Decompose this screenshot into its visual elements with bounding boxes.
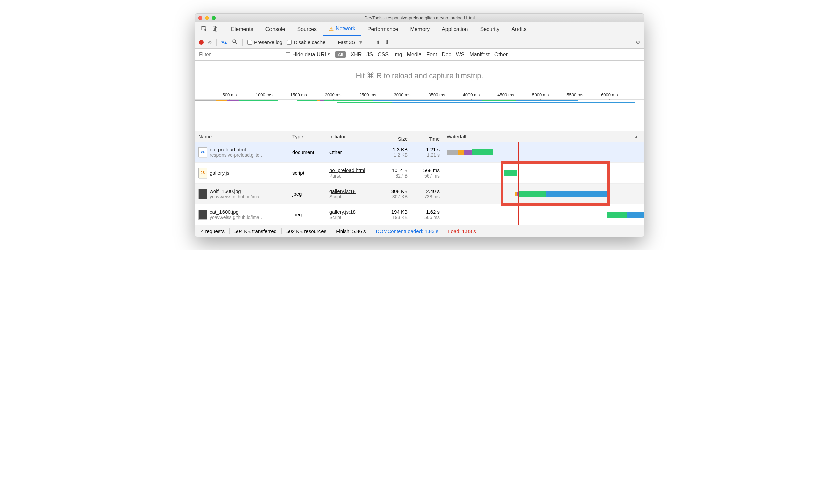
tab-console[interactable]: Console bbox=[260, 22, 291, 36]
overview-segment bbox=[320, 100, 324, 101]
request-initiator[interactable]: gallery.js:18 bbox=[329, 188, 374, 194]
table-row[interactable]: cat_1600.jpgyoavweiss.github.io/ima…jpeg… bbox=[195, 204, 644, 225]
filter-type-img[interactable]: Img bbox=[393, 52, 403, 58]
disable-cache-label: Disable cache bbox=[293, 39, 325, 45]
filter-type-xhr[interactable]: XHR bbox=[351, 52, 362, 58]
search-icon[interactable] bbox=[232, 39, 238, 46]
overview-segment bbox=[373, 100, 483, 101]
overview-segment bbox=[337, 102, 392, 103]
filter-type-font[interactable]: Font bbox=[426, 52, 437, 58]
col-type[interactable]: Type bbox=[289, 131, 326, 142]
request-name: gallery.js bbox=[210, 170, 229, 176]
separator bbox=[371, 39, 371, 46]
preserve-log-checkbox[interactable]: Preserve log bbox=[247, 39, 282, 45]
tab-label: Application bbox=[442, 26, 468, 32]
tab-security[interactable]: Security bbox=[474, 22, 505, 36]
tab-network[interactable]: ⚠Network bbox=[323, 22, 361, 36]
tab-elements[interactable]: Elements bbox=[225, 22, 260, 36]
preserve-log-label: Preserve log bbox=[254, 39, 282, 45]
tab-audits[interactable]: Audits bbox=[505, 22, 532, 36]
overview-segment bbox=[239, 100, 278, 101]
time: 568 ms bbox=[423, 167, 440, 173]
time-latency: 1.21 s bbox=[427, 152, 440, 158]
sort-indicator-icon: ▲ bbox=[634, 134, 638, 139]
size-content: 1.2 KB bbox=[394, 152, 408, 158]
size-content: 193 KB bbox=[392, 215, 408, 220]
initiator-type: Parser bbox=[329, 173, 374, 179]
filter-type-js[interactable]: JS bbox=[367, 52, 373, 58]
tab-application[interactable]: Application bbox=[435, 22, 474, 36]
status-transferred: 504 KB transferred bbox=[230, 228, 282, 234]
tab-label: Elements bbox=[231, 26, 253, 32]
record-button[interactable] bbox=[199, 40, 204, 44]
col-waterfall[interactable]: Waterfall▲ bbox=[443, 131, 644, 142]
network-toolbar: ⦸ ▾▴ Preserve log Disable cache Fast 3G … bbox=[195, 36, 644, 49]
filter-type-other[interactable]: Other bbox=[494, 52, 508, 58]
request-domain: yoavweiss.github.io/ima… bbox=[210, 194, 264, 199]
tab-memory[interactable]: Memory bbox=[404, 22, 435, 36]
settings-icon[interactable]: ⚙ bbox=[636, 39, 640, 45]
tab-sources[interactable]: Sources bbox=[291, 22, 323, 36]
filter-type-media[interactable]: Media bbox=[407, 52, 422, 58]
table-row[interactable]: wolf_1600.jpgyoavweiss.github.io/ima…jpe… bbox=[195, 183, 644, 204]
time-latency: 567 ms bbox=[424, 173, 440, 179]
waterfall-segment-dns bbox=[459, 150, 464, 155]
waterfall-segment-content bbox=[546, 191, 608, 197]
col-time[interactable]: Time bbox=[411, 131, 443, 142]
tab-label: Console bbox=[266, 26, 285, 32]
titlebar: DevTools - responsive-preload.glitch.me/… bbox=[195, 14, 644, 22]
inspect-icon[interactable] bbox=[201, 25, 207, 33]
tab-performance[interactable]: Performance bbox=[361, 22, 405, 36]
filter-bar: Hide data URLs AllXHRJSCSSImgMediaFontDo… bbox=[195, 49, 644, 61]
tick-label: 500 ms bbox=[222, 92, 237, 97]
throttling-select[interactable]: Fast 3G ▼ bbox=[335, 39, 366, 46]
request-type: jpeg bbox=[289, 204, 326, 225]
size: 1014 B bbox=[392, 167, 408, 173]
waterfall-segment-ttfb bbox=[504, 170, 517, 176]
clear-icon[interactable]: ⦸ bbox=[209, 39, 212, 45]
overview-segment bbox=[195, 100, 216, 101]
size: 194 KB bbox=[391, 209, 408, 215]
tick-label: 4500 ms bbox=[497, 92, 514, 97]
hide-data-urls-checkbox[interactable]: Hide data URLs bbox=[286, 52, 330, 58]
separator bbox=[330, 39, 330, 46]
request-type: script bbox=[289, 163, 326, 183]
status-dcl: DOMContentLoaded: 1.83 s bbox=[371, 228, 443, 234]
filter-type-css[interactable]: CSS bbox=[378, 52, 389, 58]
col-initiator[interactable]: Initiator bbox=[326, 131, 378, 142]
table-row[interactable]: <>no_preload.htmlresponsive-preload.glit… bbox=[195, 142, 644, 163]
filter-type-ws[interactable]: WS bbox=[456, 52, 465, 58]
tick-label: 3500 ms bbox=[429, 92, 445, 97]
col-size[interactable]: Size bbox=[378, 131, 411, 142]
filter-type-manifest[interactable]: Manifest bbox=[469, 52, 489, 58]
tick-label: 2000 ms bbox=[325, 92, 342, 97]
tab-label: Audits bbox=[512, 26, 526, 32]
table-row[interactable]: JSgallery.jsscriptno_preload.htmlParser1… bbox=[195, 163, 644, 183]
filmstrip-hint: Hit ⌘ R to reload and capture filmstrip. bbox=[195, 61, 644, 91]
time-latency: 566 ms bbox=[424, 215, 440, 220]
waterfall-segment-ttfb bbox=[471, 149, 493, 155]
request-initiator[interactable]: no_preload.html bbox=[329, 167, 374, 173]
download-har-icon[interactable]: ⬇ bbox=[385, 39, 389, 45]
status-requests: 4 requests bbox=[196, 228, 230, 234]
timeline-overview[interactable]: 500 ms1000 ms1500 ms2000 ms2500 ms3000 m… bbox=[195, 91, 644, 131]
tab-label: Network bbox=[336, 25, 355, 32]
window-title: DevTools - responsive-preload.glitch.me/… bbox=[195, 15, 644, 20]
filter-toggle-icon[interactable]: ▾▴ bbox=[221, 39, 227, 45]
filter-type-doc[interactable]: Doc bbox=[442, 52, 451, 58]
kebab-menu-icon[interactable]: ⋮ bbox=[629, 25, 641, 33]
disable-cache-checkbox[interactable]: Disable cache bbox=[287, 39, 325, 45]
time-latency: 738 ms bbox=[424, 194, 440, 199]
requests-table: Name Type Initiator Size Time Waterfall▲… bbox=[195, 131, 644, 225]
request-type: jpeg bbox=[289, 183, 326, 204]
waterfall-segment-connect bbox=[464, 150, 471, 155]
filter-input[interactable] bbox=[197, 50, 281, 59]
request-initiator[interactable]: gallery.js:18 bbox=[329, 209, 374, 215]
upload-har-icon[interactable]: ⬆ bbox=[376, 39, 380, 45]
device-toggle-icon[interactable] bbox=[212, 25, 218, 33]
request-name: no_preload.html bbox=[210, 147, 264, 152]
request-name: cat_1600.jpg bbox=[210, 209, 264, 215]
filter-type-all[interactable]: All bbox=[335, 51, 346, 58]
col-name[interactable]: Name bbox=[195, 131, 289, 142]
status-finish: Finish: 5.86 s bbox=[331, 228, 371, 234]
